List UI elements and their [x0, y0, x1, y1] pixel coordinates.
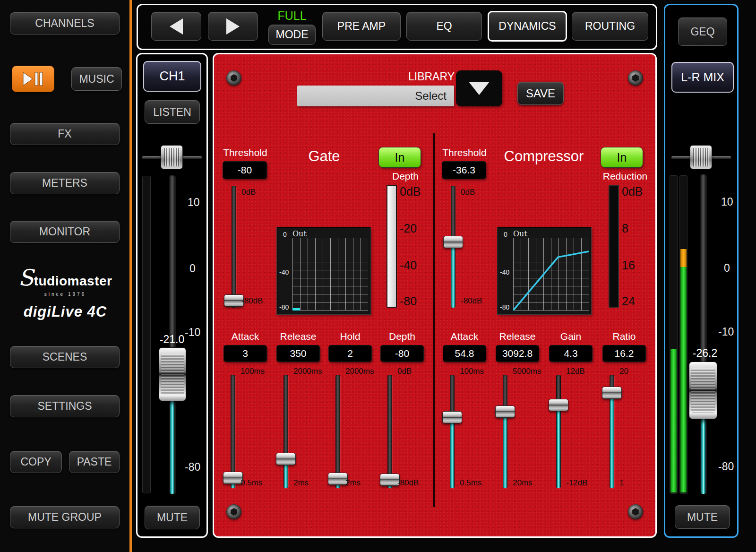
- master-pan-slider[interactable]: [670, 143, 732, 172]
- tab-eq[interactable]: EQ: [406, 12, 482, 41]
- depth-scale-80: -80: [400, 294, 417, 308]
- comp-threshold-min-label: -80dB: [461, 296, 482, 306]
- master-name-button[interactable]: L-R MIX: [671, 62, 734, 93]
- fader-fill: [170, 401, 174, 494]
- comp-threshold-label: Threshold: [439, 147, 490, 158]
- next-channel-button[interactable]: [208, 12, 258, 41]
- meter-fill-green: [680, 267, 687, 492]
- screw-icon: [226, 504, 241, 519]
- listen-button[interactable]: LISTEN: [145, 100, 200, 124]
- sidebar-item-fx[interactable]: FX: [10, 123, 120, 145]
- gate-depth-meter: [387, 185, 397, 308]
- screw-icon: [226, 70, 241, 86]
- param-label: Release: [272, 331, 325, 342]
- gate-hold-value[interactable]: 2: [328, 345, 372, 362]
- sidebar-divider: [129, 0, 132, 552]
- tab-preamp[interactable]: PRE AMP: [322, 12, 401, 41]
- sidebar-item-mute-group[interactable]: MUTE GROUP: [10, 506, 120, 528]
- comp-attack-handle[interactable]: [442, 411, 462, 423]
- sidebar-item-settings[interactable]: SETTINGS: [10, 395, 120, 417]
- comp-graph-out-label: Out: [513, 229, 527, 238]
- copy-button[interactable]: COPY: [10, 451, 62, 473]
- gate-threshold-handle[interactable]: [224, 294, 244, 307]
- gate-attack-handle[interactable]: [223, 472, 243, 484]
- gate-release-value[interactable]: 350: [276, 345, 320, 362]
- comp-threshold-value[interactable]: -36.3: [442, 161, 486, 179]
- param-min-label: 0.5ms: [460, 478, 481, 488]
- right-triangle-icon: [226, 18, 240, 34]
- tab-routing[interactable]: ROUTING: [572, 12, 648, 41]
- comp-gain-handle[interactable]: [549, 399, 568, 411]
- sidebar-item-channels[interactable]: CHANNELS: [10, 12, 120, 34]
- topbar: FULL MODE PRE AMP EQ DYNAMICS ROUTING: [137, 4, 657, 50]
- transport-button[interactable]: [12, 66, 54, 92]
- master-meter-right: [679, 175, 687, 494]
- gate-in-button[interactable]: In: [378, 147, 421, 168]
- fader-scale-10: 10: [721, 196, 733, 208]
- sidebar-item-monitor[interactable]: MONITOR: [10, 221, 120, 243]
- gate-depth-value[interactable]: -80: [380, 345, 424, 362]
- fader-scale-m80: -80: [718, 460, 734, 473]
- master-mute-button[interactable]: MUTE: [675, 505, 730, 529]
- channel-name-button[interactable]: CH1: [143, 61, 201, 92]
- gate-depth-handle[interactable]: [380, 474, 400, 486]
- param-min-label: -80dB: [397, 478, 419, 488]
- prev-channel-button[interactable]: [151, 12, 201, 41]
- gate-hold-handle[interactable]: [328, 473, 348, 485]
- compression-curve: [513, 238, 589, 310]
- pan-slider[interactable]: [141, 143, 203, 172]
- sidebar-item-meters[interactable]: METERS: [10, 172, 120, 194]
- fader-handle[interactable]: [159, 347, 186, 401]
- library-dropdown-button[interactable]: [456, 70, 502, 106]
- sidebar-item-scenes[interactable]: SCENES: [10, 346, 120, 368]
- library-select[interactable]: Select: [297, 86, 454, 106]
- comp-ratio-value[interactable]: 16.2: [602, 345, 646, 362]
- comp-in-button[interactable]: In: [601, 147, 643, 168]
- save-button[interactable]: SAVE: [517, 82, 564, 105]
- fader-scale-0: 0: [189, 262, 196, 275]
- screw-icon: [628, 504, 643, 519]
- pan-handle[interactable]: [161, 145, 183, 169]
- comp-attack-value[interactable]: 54.8: [443, 345, 486, 362]
- param-min-label: -12dB: [566, 478, 587, 488]
- param-label: Attack: [438, 331, 491, 342]
- comp-threshold-max-label: 0dB: [461, 188, 475, 197]
- sidebar-item-music[interactable]: MUSIC: [71, 67, 122, 91]
- brand-since: since 1976: [6, 292, 125, 297]
- comp-release-fill: [503, 412, 507, 488]
- param-label: Ratio: [598, 331, 651, 342]
- gate-depth-control: Depth -80 0dB -80dB: [376, 331, 429, 496]
- gate-attack-value[interactable]: 3: [223, 345, 267, 362]
- comp-graph-ybottom: -80: [500, 303, 509, 311]
- section-divider: [433, 133, 435, 507]
- gate-threshold-label: Threshold: [220, 147, 271, 158]
- gate-release-handle[interactable]: [276, 453, 296, 465]
- param-max-label: 12dB: [566, 367, 585, 376]
- comp-threshold-handle[interactable]: [443, 236, 463, 248]
- fader-scale-m80: -80: [185, 461, 200, 474]
- gate-hold-slider[interactable]: [335, 375, 340, 488]
- comp-release-handle[interactable]: [495, 405, 515, 418]
- gate-graph: 0 Out -40 -80: [277, 227, 370, 314]
- gate-threshold-slider[interactable]: [232, 186, 236, 308]
- comp-attack-control: Attack 54.8 100ms 0.5ms: [438, 331, 491, 496]
- gate-depth-slider[interactable]: [387, 375, 392, 488]
- comp-ratio-handle[interactable]: [602, 387, 622, 399]
- comp-release-value[interactable]: 3092.8: [496, 345, 539, 362]
- gate-attack-slider[interactable]: [231, 375, 235, 488]
- play-pause-icon: [22, 72, 44, 86]
- gate-threshold-value[interactable]: -80: [223, 161, 267, 179]
- tab-dynamics[interactable]: DYNAMICS: [488, 11, 567, 42]
- meter-fill-orange: [680, 249, 687, 267]
- fader-handle[interactable]: [689, 362, 717, 419]
- mode-button[interactable]: MODE: [268, 25, 316, 45]
- geq-button[interactable]: GEQ: [678, 17, 727, 46]
- param-min-label: 20ms: [513, 478, 533, 488]
- gate-graph-ybottom: -80: [279, 303, 289, 311]
- channel-mute-button[interactable]: MUTE: [145, 506, 200, 529]
- param-label: Hold: [324, 331, 377, 342]
- pan-handle[interactable]: [690, 145, 712, 169]
- dynamics-panel: LIBRARY Select SAVE Threshold -80 0dB -8…: [213, 53, 657, 538]
- comp-gain-value[interactable]: 4.3: [549, 345, 593, 362]
- paste-button[interactable]: PASTE: [69, 451, 120, 473]
